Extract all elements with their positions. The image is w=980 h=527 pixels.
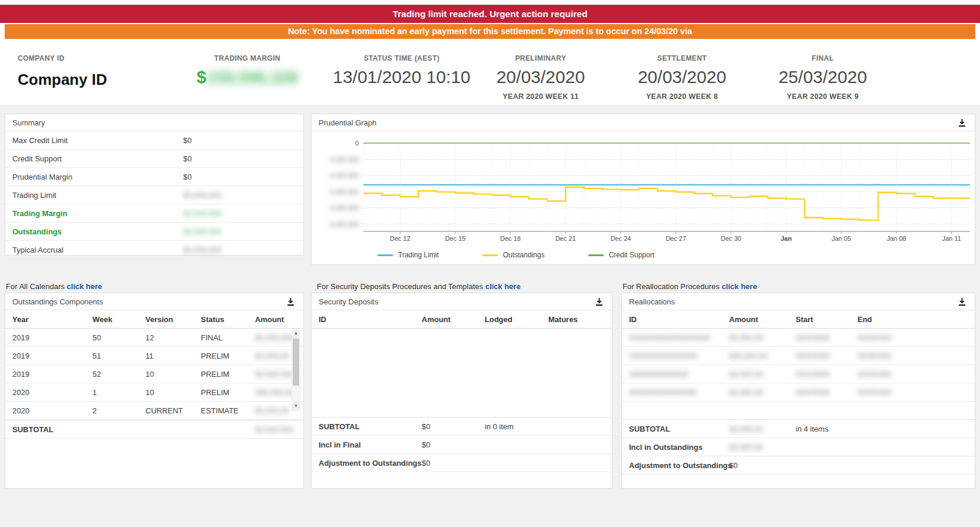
outstandings-components-title: Outstandings Components <box>12 297 103 306</box>
subtotal-label: SUBTOTAL <box>12 425 255 434</box>
summary-row-label: Typical Accrual <box>12 246 183 254</box>
column-header: Status <box>201 315 255 324</box>
final-label: FINAL <box>758 54 888 62</box>
column-header: Version <box>145 315 201 324</box>
svg-text:9,999,999: 9,999,999 <box>330 221 359 228</box>
table-cell: PRELIM <box>201 388 255 397</box>
column-header: Year <box>12 315 92 324</box>
svg-text:Dec 15: Dec 15 <box>445 235 466 242</box>
summary-rows: Max Credit Limit$0Credit Support$0Pruden… <box>5 131 303 259</box>
download-icon[interactable] <box>956 117 968 128</box>
footer-value: $0 <box>422 422 485 431</box>
table-cell: 99/9/9999 <box>796 352 858 360</box>
outstandings-components-card: Outstandings Components YearWeekVersionS… <box>5 293 304 489</box>
trading-limit-alert-banner: Trading limit reached. Urgent action req… <box>0 5 980 23</box>
table-scrollbar[interactable]: ▲ ▼ <box>292 329 300 411</box>
prudential-dashboard: Trading limit reached. Urgent action req… <box>0 0 980 527</box>
legend-swatch <box>378 254 393 256</box>
reallocation-procedures-linkline: For Reallocation Procedures click here <box>623 282 757 291</box>
scroll-down-arrow[interactable]: ▼ <box>292 402 300 410</box>
scroll-up-arrow[interactable]: ▲ <box>292 329 300 338</box>
prudential-graph-card: Prudential Graph 09,999,9999,999,9999,99… <box>311 114 975 265</box>
legend-swatch <box>588 254 604 256</box>
security-procedures-linkline: For Security Deposits Procedures and Tem… <box>317 282 521 291</box>
svg-text:Jan 11: Jan 11 <box>942 235 961 242</box>
download-icon[interactable] <box>593 296 605 307</box>
svg-text:Dec 21: Dec 21 <box>555 235 576 242</box>
table-cell: 2 <box>92 406 145 415</box>
download-icon[interactable] <box>284 296 296 307</box>
table-empty-body <box>622 402 975 419</box>
settlement-date: 20/03/2020 <box>617 67 747 87</box>
legend-label: Credit Support <box>609 251 654 259</box>
svg-text:9,999,999: 9,999,999 <box>330 156 359 163</box>
summary-row-label: Outstandings <box>12 227 183 236</box>
status-time-label: STATUS TIME (AEST) <box>325 54 478 62</box>
prudential-chart-svg: 09,999,9999,999,9999,999,9999,999,9999,9… <box>312 131 975 248</box>
summary-row: Trading Limit$9,999,999 <box>5 186 303 204</box>
status-time-value: 13/01/2020 10:10 <box>325 67 478 87</box>
table-cell: 1 <box>92 388 145 397</box>
column-header: ID <box>319 315 422 324</box>
table-cell: 2020 <box>12 406 92 415</box>
reallocation-procedures-link-prefix: For Reallocation Procedures <box>623 282 720 291</box>
table-row: 20195012FINAL$9,999,999 <box>5 329 303 347</box>
footer-value: $9,999,99 <box>729 443 796 452</box>
status-time-block: STATUS TIME (AEST) 13/01/2020 10:10 <box>325 54 478 87</box>
table-cell: 2019 <box>12 352 92 360</box>
column-header: Lodged <box>485 315 548 324</box>
security-procedures-click-here-link[interactable]: click here <box>485 282 521 291</box>
table-cell: $9,999,99 <box>729 370 796 379</box>
calendars-click-here-link[interactable]: click here <box>67 282 102 291</box>
table-row: 20195111PRELIM$9,999,99 <box>5 347 303 365</box>
table-cell: 52 <box>92 370 145 379</box>
table-cell: 12 <box>145 333 201 342</box>
chart-legend: Trading LimitOutstandingsCredit Support <box>378 251 654 259</box>
footer-value: $9,999,99 <box>729 425 796 433</box>
summary-row-label: Max Credit Limit <box>12 136 183 145</box>
table-cell: 51 <box>92 352 145 360</box>
footer-label: SUBTOTAL <box>319 422 422 431</box>
legend-label: Trading Limit <box>398 251 439 259</box>
trading-margin-block: TRADING MARGIN $159,596,328 <box>150 54 345 87</box>
svg-text:9,999,999: 9,999,999 <box>330 172 359 179</box>
scrollbar-thumb[interactable] <box>293 339 299 386</box>
column-header: Start <box>796 315 858 324</box>
table-empty-body <box>312 329 612 417</box>
svg-text:Dec 12: Dec 12 <box>390 235 410 242</box>
table-header-row: IDAmountStartEnd <box>622 310 975 329</box>
table-cell: $9,999,999 <box>255 333 296 342</box>
column-header: Week <box>92 315 145 324</box>
subtotal-row: SUBTOTAL$9,999,999 <box>5 420 303 439</box>
reallocation-procedures-click-here-link[interactable]: click here <box>721 282 757 291</box>
table-cell: $99,999,99 <box>255 388 296 397</box>
table-cell: 50 <box>92 333 145 342</box>
table-cell: $9,999,999 <box>255 370 296 379</box>
svg-text:Dec 18: Dec 18 <box>500 235 521 242</box>
footer-label: Adjustment to Outstandings <box>629 461 729 470</box>
summary-row-value: $9,999,999 <box>183 246 221 254</box>
summary-row-value: $9,999,999 <box>183 191 221 200</box>
settlement-label: SETTLEMENT <box>617 54 747 62</box>
table-cell: 11 <box>145 352 201 360</box>
table-row: 9999999999999999$99,999,9999/9/999999/99… <box>622 347 975 365</box>
table-cell: FINAL <box>201 333 255 342</box>
legend-item-credit-support: Credit Support <box>588 251 654 259</box>
table-row: 20195210PRELIM$9,999,999 <box>5 365 303 383</box>
summary-row-value: $0 <box>183 173 191 181</box>
footer-label: Adjustment to Outstandings <box>319 459 422 468</box>
footer-note: in 4 items <box>796 425 858 433</box>
table-cell: 99/99/999 <box>858 352 968 360</box>
calendars-link-prefix: For All Calendars <box>6 282 65 291</box>
summary-row-label: Trading Margin <box>12 209 183 218</box>
reallocations-title: Reallocations <box>629 297 675 306</box>
column-header: Amount <box>729 315 796 324</box>
svg-text:Dec 27: Dec 27 <box>666 235 686 242</box>
download-icon[interactable] <box>956 296 968 307</box>
svg-text:Dec 30: Dec 30 <box>721 235 741 242</box>
table-cell: 99999999999999 <box>629 370 729 379</box>
subtotal-value: $9,999,999 <box>255 425 296 434</box>
final-date: 25/03/2020 <box>758 67 888 87</box>
footer-label: Incl in Final <box>319 440 422 449</box>
table-cell: 9999999999999999 <box>629 388 729 397</box>
